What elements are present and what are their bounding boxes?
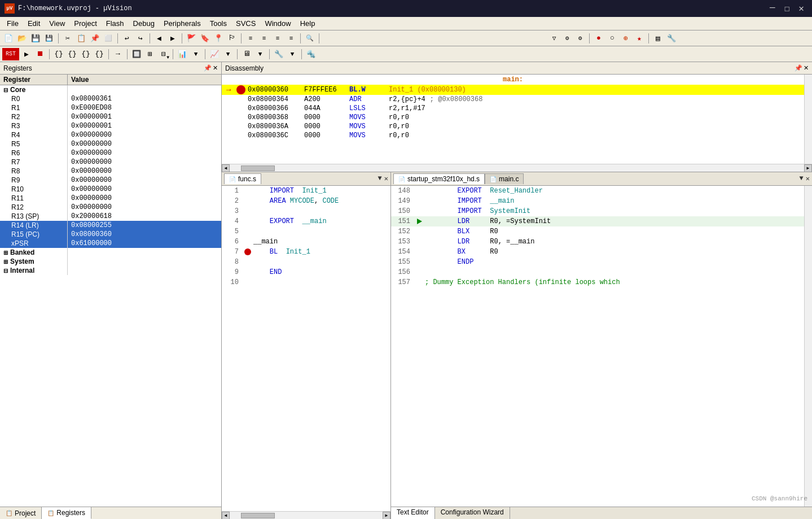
- tb-build2[interactable]: ○: [606, 32, 618, 45]
- ebt-config-wizard[interactable]: Configuration Wizard: [435, 507, 510, 519]
- tb-debug1[interactable]: ⚙: [561, 32, 573, 45]
- ebt-text-editor[interactable]: Text Editor: [391, 507, 435, 519]
- reg-r1[interactable]: R10xE000ED08: [0, 103, 221, 112]
- tb-dbg3[interactable]: {}: [80, 48, 92, 60]
- reg-r14[interactable]: R14 (LR)0x08000255: [0, 221, 221, 230]
- tb-open[interactable]: 📂: [16, 32, 28, 45]
- tb-indent[interactable]: ⬜: [102, 32, 115, 45]
- left-code-area[interactable]: 1 IMPORT Init_1 2 AREA MYCODE, CODE: [222, 186, 390, 511]
- tb-indent1[interactable]: ≡: [244, 32, 257, 45]
- right-editor-close[interactable]: ✕: [806, 175, 810, 183]
- tb-perf2[interactable]: ▼: [222, 48, 234, 60]
- tb-step1[interactable]: →: [112, 48, 124, 60]
- disasm-vscroll[interactable]: [804, 75, 812, 164]
- disassembly-close[interactable]: ✕: [804, 64, 809, 72]
- reg-r7[interactable]: R70x00000000: [0, 158, 221, 167]
- banked-expand-icon[interactable]: ⊞: [3, 250, 8, 256]
- tb-save[interactable]: 💾: [29, 32, 42, 45]
- minimize-button[interactable]: —: [766, 3, 779, 14]
- menu-tools[interactable]: Tools: [205, 18, 231, 29]
- tb-view1[interactable]: ⊞: [144, 48, 156, 60]
- reg-group-internal[interactable]: ⊟ Internal: [0, 266, 221, 275]
- tb-build3[interactable]: ⊕: [620, 32, 632, 45]
- tb-dbg1[interactable]: {}: [52, 48, 65, 60]
- disassembly-pin[interactable]: 📌: [795, 64, 802, 72]
- disasm-hscroll-left[interactable]: ◀: [222, 164, 230, 172]
- tb-indent3[interactable]: ≡: [271, 32, 284, 45]
- menu-peripherals[interactable]: Peripherals: [159, 18, 205, 29]
- tb-bookmark3[interactable]: 📍: [212, 32, 225, 45]
- reg-r8[interactable]: R80x00000000: [0, 167, 221, 176]
- reg-r10[interactable]: R100x00000000: [0, 185, 221, 194]
- tb-navback[interactable]: ◀: [153, 32, 165, 45]
- tb-new[interactable]: 📄: [2, 32, 15, 45]
- registers-pin[interactable]: 📌: [204, 64, 212, 72]
- tb-wrench[interactable]: 🔩: [305, 48, 317, 60]
- disasm-hscroll[interactable]: ◀ ▶: [222, 164, 812, 172]
- right-editor-vscroll[interactable]: [804, 186, 812, 507]
- tb-dbg2[interactable]: {}: [66, 48, 78, 60]
- menu-window[interactable]: Window: [260, 18, 295, 29]
- menu-edit[interactable]: Edit: [23, 18, 45, 29]
- tb-debug2[interactable]: ⚙: [574, 32, 586, 45]
- tb-build4[interactable]: ★: [633, 32, 646, 45]
- reg-r11[interactable]: R110x00000000: [0, 194, 221, 203]
- tb-paste[interactable]: 📌: [89, 32, 101, 45]
- tb-misc1[interactable]: ▤: [652, 32, 664, 45]
- reg-r13[interactable]: R13 (SP)0x20000618: [0, 212, 221, 221]
- left-editor-dropdown[interactable]: ▼: [378, 175, 382, 183]
- tb-undo[interactable]: ↩: [121, 32, 133, 45]
- tb-build[interactable]: ●: [592, 32, 605, 45]
- menu-project[interactable]: Project: [69, 18, 101, 29]
- tb-disasm-btn[interactable]: 🔲: [130, 48, 143, 60]
- reg-r5[interactable]: R50x00000000: [0, 139, 221, 149]
- tb-toolbox2[interactable]: ▼: [286, 48, 299, 60]
- tb-settings[interactable]: 🔧: [665, 32, 678, 45]
- tb-copy[interactable]: 📋: [75, 32, 87, 45]
- reg-group-banked[interactable]: ⊞ Banked: [0, 248, 221, 257]
- tb-stop[interactable]: ⏹: [34, 48, 46, 60]
- tb-view4[interactable]: ▼: [254, 48, 266, 60]
- left-editor-hscroll[interactable]: ◀ ▶: [222, 511, 390, 519]
- tb-bookmark4[interactable]: 🏳: [226, 32, 238, 45]
- reg-r0[interactable]: R00x08000361: [0, 94, 221, 103]
- menu-debug[interactable]: Debug: [129, 18, 159, 29]
- reg-r12[interactable]: R120x00000000: [0, 203, 221, 212]
- system-expand-icon[interactable]: ⊞: [3, 259, 8, 265]
- menu-flash[interactable]: Flash: [102, 18, 129, 29]
- disasm-row-3[interactable]: 0x08000366 044A LSLS r2,r1,#17: [222, 104, 804, 113]
- tb-indent4[interactable]: ≡: [285, 32, 297, 45]
- tb-find[interactable]: 🔍: [304, 32, 316, 45]
- disasm-row-2[interactable]: 0x08000364 A200 ADR r2,{pc}+4 ; @0x08000…: [222, 95, 804, 104]
- disasm-row-1[interactable]: → 0x08000360 F7FFFEE6 BL.W Init_1 (0x080…: [222, 85, 804, 95]
- menu-file[interactable]: File: [2, 18, 23, 29]
- maximize-button[interactable]: ☐: [781, 3, 793, 14]
- tb-rst[interactable]: RST: [2, 48, 19, 60]
- tb-mem2[interactable]: ▼: [190, 48, 202, 60]
- tb-toolbox[interactable]: 🔧: [273, 48, 285, 60]
- registers-close[interactable]: ✕: [213, 64, 218, 72]
- tab-funcs[interactable]: 📄 func.s: [224, 173, 261, 184]
- left-hscroll-left[interactable]: ◀: [222, 512, 230, 520]
- disasm-row-6[interactable]: 0x0800036C 0000 MOVS r0,r0: [222, 131, 804, 140]
- tb-bookmark2[interactable]: 🔖: [199, 32, 211, 45]
- reg-group-system[interactable]: ⊞ System: [0, 257, 221, 266]
- disasm-row-4[interactable]: 0x08000368 0000 MOVS r0,r0: [222, 113, 804, 122]
- tb-target[interactable]: ▽: [548, 32, 560, 45]
- tb-navfwd[interactable]: ▶: [166, 32, 179, 45]
- disasm-row-5[interactable]: 0x0800036A 0000 MOVS r0,r0: [222, 122, 804, 131]
- tab-mainc[interactable]: 📄 main.c: [485, 173, 524, 184]
- menu-help[interactable]: Help: [296, 18, 320, 29]
- disasm-hscroll-right[interactable]: ▶: [804, 164, 812, 172]
- tb-redo[interactable]: ↪: [134, 32, 147, 45]
- tb-indent2[interactable]: ≡: [258, 32, 270, 45]
- reg-xpsr[interactable]: xPSR0x61000000: [0, 239, 221, 248]
- reg-group-core[interactable]: ⊟ Core: [0, 85, 221, 94]
- tb-view3[interactable]: 🖥: [240, 48, 253, 60]
- reg-r15[interactable]: R15 (PC)0x08000360: [0, 230, 221, 239]
- left-hscroll-right[interactable]: ▶: [383, 512, 390, 520]
- tb-saveall[interactable]: 💾: [43, 32, 55, 45]
- left-editor-close[interactable]: ✕: [384, 175, 388, 183]
- reg-r6[interactable]: R60x00000000: [0, 149, 221, 158]
- tb-mem1[interactable]: 📊: [176, 48, 188, 60]
